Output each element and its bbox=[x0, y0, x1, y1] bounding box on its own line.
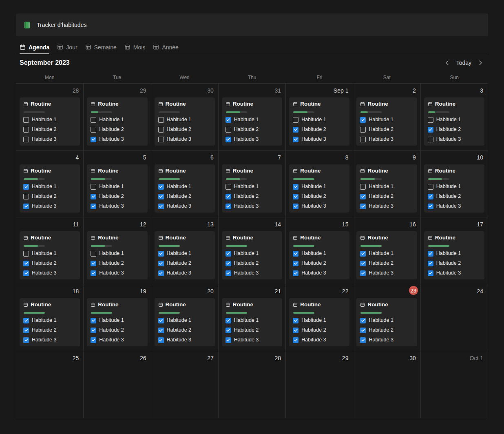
checkbox-checked-icon[interactable] bbox=[23, 261, 29, 266]
routine-card[interactable]: RoutineHabitude 1Habitude 2Habitude 3 bbox=[222, 164, 282, 213]
checkbox-checked-icon[interactable] bbox=[293, 337, 298, 343]
checkbox-checked-icon[interactable] bbox=[225, 194, 231, 199]
day-cell[interactable]: 10RoutineHabitude 1Habitude 2Habitude 3 bbox=[421, 151, 488, 217]
checkbox-checked-icon[interactable] bbox=[158, 270, 164, 276]
checkbox-checked-icon[interactable] bbox=[360, 251, 366, 257]
checkbox-unchecked-icon[interactable] bbox=[23, 194, 29, 199]
checkbox-checked-icon[interactable] bbox=[293, 127, 298, 133]
checkbox-checked-icon[interactable] bbox=[293, 194, 298, 199]
routine-card[interactable]: RoutineHabitude 1Habitude 2Habitude 3 bbox=[87, 97, 147, 146]
checkbox-unchecked-icon[interactable] bbox=[225, 184, 231, 190]
checkbox-unchecked-icon[interactable] bbox=[360, 184, 366, 190]
day-cell[interactable]: Oct 1 bbox=[421, 351, 488, 418]
routine-card[interactable]: RoutineHabitude 1Habitude 2Habitude 3 bbox=[222, 298, 282, 346]
checkbox-checked-icon[interactable] bbox=[158, 261, 164, 266]
checkbox-checked-icon[interactable] bbox=[293, 328, 298, 333]
day-cell[interactable]: 26 bbox=[84, 351, 151, 418]
checkbox-checked-icon[interactable] bbox=[360, 318, 366, 323]
day-cell[interactable]: 7RoutineHabitude 1Habitude 2Habitude 3 bbox=[219, 151, 286, 217]
checkbox-checked-icon[interactable] bbox=[23, 270, 29, 276]
checkbox-checked-icon[interactable] bbox=[428, 204, 433, 209]
checkbox-checked-icon[interactable] bbox=[293, 204, 298, 209]
routine-card[interactable]: RoutineHabitude 1Habitude 2Habitude 3 bbox=[424, 164, 484, 213]
checkbox-checked-icon[interactable] bbox=[225, 328, 231, 333]
routine-card[interactable]: RoutineHabitude 1Habitude 2Habitude 3 bbox=[289, 298, 349, 346]
checkbox-checked-icon[interactable] bbox=[360, 117, 366, 123]
day-cell[interactable]: 5RoutineHabitude 1Habitude 2Habitude 3 bbox=[84, 151, 151, 217]
checkbox-checked-icon[interactable] bbox=[428, 270, 433, 276]
day-cell[interactable]: 23RoutineHabitude 1Habitude 2Habitude 3 bbox=[353, 284, 420, 351]
checkbox-checked-icon[interactable] bbox=[23, 184, 29, 190]
checkbox-unchecked-icon[interactable] bbox=[293, 117, 298, 123]
checkbox-unchecked-icon[interactable] bbox=[225, 127, 231, 133]
routine-card[interactable]: RoutineHabitude 1Habitude 2Habitude 3 bbox=[222, 97, 282, 146]
tab-agenda[interactable]: Agenda bbox=[20, 40, 49, 54]
checkbox-checked-icon[interactable] bbox=[360, 328, 366, 333]
checkbox-unchecked-icon[interactable] bbox=[23, 137, 29, 142]
day-cell[interactable]: 29RoutineHabitude 1Habitude 2Habitude 3 bbox=[84, 84, 151, 151]
prev-month-button[interactable] bbox=[443, 59, 451, 67]
checkbox-checked-icon[interactable] bbox=[293, 318, 298, 323]
checkbox-checked-icon[interactable] bbox=[91, 204, 96, 209]
routine-card[interactable]: RoutineHabitude 1Habitude 2Habitude 3 bbox=[87, 231, 147, 279]
routine-card[interactable]: RoutineHabitude 1Habitude 2Habitude 3 bbox=[289, 164, 349, 213]
day-cell[interactable]: 27 bbox=[151, 351, 219, 418]
checkbox-checked-icon[interactable] bbox=[225, 337, 231, 343]
checkbox-unchecked-icon[interactable] bbox=[158, 117, 164, 123]
routine-card[interactable]: RoutineHabitude 1Habitude 2Habitude 3 bbox=[356, 298, 417, 346]
checkbox-checked-icon[interactable] bbox=[225, 318, 231, 323]
day-cell[interactable]: 24 bbox=[421, 284, 488, 351]
checkbox-unchecked-icon[interactable] bbox=[428, 184, 433, 190]
checkbox-checked-icon[interactable] bbox=[360, 337, 366, 343]
checkbox-unchecked-icon[interactable] bbox=[91, 184, 96, 190]
checkbox-unchecked-icon[interactable] bbox=[428, 117, 433, 123]
routine-card[interactable]: RoutineHabitude 1Habitude 2Habitude 3 bbox=[222, 231, 282, 279]
checkbox-checked-icon[interactable] bbox=[428, 261, 433, 266]
day-cell[interactable]: 16RoutineHabitude 1Habitude 2Habitude 3 bbox=[353, 217, 420, 284]
checkbox-checked-icon[interactable] bbox=[293, 137, 298, 142]
checkbox-unchecked-icon[interactable] bbox=[91, 251, 96, 257]
day-cell[interactable]: 13RoutineHabitude 1Habitude 2Habitude 3 bbox=[151, 217, 219, 284]
routine-card[interactable]: RoutineHabitude 1Habitude 2Habitude 3 bbox=[424, 231, 484, 279]
routine-card[interactable]: RoutineHabitude 1Habitude 2Habitude 3 bbox=[20, 97, 80, 146]
checkbox-unchecked-icon[interactable] bbox=[23, 117, 29, 123]
day-cell[interactable]: 19RoutineHabitude 1Habitude 2Habitude 3 bbox=[84, 284, 151, 351]
tab-annee[interactable]: Année bbox=[153, 40, 178, 54]
routine-card[interactable]: RoutineHabitude 1Habitude 2Habitude 3 bbox=[155, 164, 215, 213]
checkbox-checked-icon[interactable] bbox=[23, 337, 29, 343]
routine-card[interactable]: RoutineHabitude 1Habitude 2Habitude 3 bbox=[356, 164, 417, 213]
checkbox-unchecked-icon[interactable] bbox=[360, 127, 366, 133]
day-cell[interactable]: 9RoutineHabitude 1Habitude 2Habitude 3 bbox=[353, 151, 420, 217]
routine-card[interactable]: RoutineHabitude 1Habitude 2Habitude 3 bbox=[87, 164, 147, 213]
routine-card[interactable]: RoutineHabitude 1Habitude 2Habitude 3 bbox=[155, 97, 215, 146]
checkbox-checked-icon[interactable] bbox=[360, 261, 366, 266]
checkbox-checked-icon[interactable] bbox=[158, 194, 164, 199]
day-cell[interactable]: 18RoutineHabitude 1Habitude 2Habitude 3 bbox=[16, 284, 84, 351]
checkbox-checked-icon[interactable] bbox=[360, 270, 366, 276]
routine-card[interactable]: RoutineHabitude 1Habitude 2Habitude 3 bbox=[20, 164, 80, 213]
checkbox-checked-icon[interactable] bbox=[158, 251, 164, 257]
checkbox-checked-icon[interactable] bbox=[225, 261, 231, 266]
checkbox-checked-icon[interactable] bbox=[158, 318, 164, 323]
checkbox-checked-icon[interactable] bbox=[360, 194, 366, 199]
checkbox-unchecked-icon[interactable] bbox=[23, 251, 29, 257]
checkbox-unchecked-icon[interactable] bbox=[91, 127, 96, 133]
day-cell[interactable]: 14RoutineHabitude 1Habitude 2Habitude 3 bbox=[219, 217, 286, 284]
checkbox-unchecked-icon[interactable] bbox=[158, 137, 164, 142]
checkbox-checked-icon[interactable] bbox=[23, 318, 29, 323]
day-cell[interactable]: 8RoutineHabitude 1Habitude 2Habitude 3 bbox=[286, 151, 353, 217]
day-cell[interactable]: 31RoutineHabitude 1Habitude 2Habitude 3 bbox=[219, 84, 286, 151]
checkbox-checked-icon[interactable] bbox=[91, 270, 96, 276]
checkbox-checked-icon[interactable] bbox=[225, 204, 231, 209]
checkbox-checked-icon[interactable] bbox=[23, 204, 29, 209]
tab-mois[interactable]: Mois bbox=[124, 40, 146, 54]
checkbox-checked-icon[interactable] bbox=[23, 328, 29, 333]
day-cell[interactable]: 2RoutineHabitude 1Habitude 2Habitude 3 bbox=[353, 84, 420, 151]
checkbox-checked-icon[interactable] bbox=[293, 270, 298, 276]
day-cell[interactable]: 11RoutineHabitude 1Habitude 2Habitude 3 bbox=[16, 217, 84, 284]
checkbox-unchecked-icon[interactable] bbox=[158, 127, 164, 133]
day-cell[interactable]: 25 bbox=[16, 351, 84, 418]
checkbox-checked-icon[interactable] bbox=[91, 328, 96, 333]
routine-card[interactable]: RoutineHabitude 1Habitude 2Habitude 3 bbox=[356, 231, 417, 279]
routine-card[interactable]: RoutineHabitude 1Habitude 2Habitude 3 bbox=[356, 97, 417, 146]
